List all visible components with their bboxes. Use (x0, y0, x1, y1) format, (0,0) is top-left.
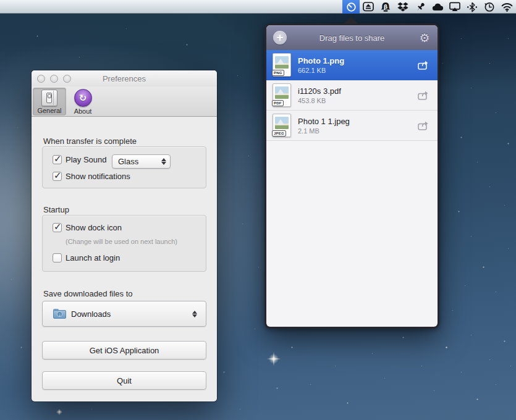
file-row[interactable]: JPEG Photo 1 1.jpeg 2.1 MB (266, 111, 438, 141)
bright-star (264, 350, 283, 368)
share-icon[interactable] (415, 88, 431, 102)
general-switch-icon (41, 90, 57, 106)
sound-select[interactable]: Glass (112, 154, 171, 169)
stepper-arrows-icon (190, 311, 200, 317)
beta-notifier-icon[interactable]: β (377, 0, 394, 14)
about-sphere-icon: ↻ (74, 89, 92, 107)
file-row[interactable]: PNG Photo 1.png 662.1 KB (266, 50, 438, 80)
bluetooth-icon[interactable] (463, 0, 481, 14)
file-size: 2.1 MB (298, 127, 415, 135)
section-label-transfer: When transfer is complete (43, 136, 137, 146)
share-icon[interactable] (415, 58, 431, 72)
launch-at-login-label: Launch at login (66, 253, 120, 262)
dock-change-hint: (Change will be used on next launch) (66, 238, 177, 245)
quit-button[interactable]: Quit (42, 371, 206, 390)
tab-general[interactable]: General (33, 88, 66, 116)
show-dock-icon-label: Show dock icon (66, 223, 122, 232)
status-icon-strip: β (342, 0, 515, 14)
file-type-icon-png: PNG (271, 52, 292, 77)
popover-arrow (344, 17, 358, 24)
download-folder-select[interactable]: ↓ Downloads (42, 301, 206, 327)
tab-about[interactable]: ↻ About (66, 88, 99, 116)
window-title: Preferences (32, 74, 217, 83)
tab-label: General (37, 107, 61, 114)
preferences-content: When transfer is complete Play Sound Gla… (32, 117, 217, 401)
show-notifications-label: Show notifications (66, 172, 130, 181)
file-name: Photo 1 1.jpeg (298, 116, 415, 127)
file-type-icon-jpeg: JPEG (271, 113, 292, 138)
download-folder-value: Downloads (71, 309, 190, 319)
plus-icon[interactable] (273, 31, 287, 44)
file-name: Photo 1.png (298, 56, 415, 66)
sound-select-value: Glass (118, 157, 159, 166)
dropbox-icon[interactable] (394, 0, 412, 14)
share-icon[interactable] (415, 119, 431, 132)
eject-icon[interactable] (360, 0, 377, 14)
transfer-group-box: Play Sound Glass Show notifications (42, 146, 206, 188)
get-ios-app-button[interactable]: Get iOS Application (42, 341, 206, 359)
startup-group-box: Show dock icon (Change will be used on n… (42, 215, 206, 272)
bright-star (54, 407, 65, 418)
show-notifications-checkbox[interactable] (53, 172, 62, 181)
file-size: 662.1 KB (298, 66, 415, 75)
play-sound-label: Play Sound (66, 155, 107, 164)
play-sound-checkbox[interactable] (53, 155, 62, 164)
popover-title: Drag files to share (319, 33, 385, 43)
preferences-window: Preferences General ↻ About When transfe… (32, 70, 217, 401)
preferences-toolbar: General ↻ About (32, 86, 217, 117)
downloads-folder-icon: ↓ (53, 309, 66, 319)
share-popover: Drag files to share ⚙ PNG Photo 1.png 66… (264, 23, 439, 329)
file-name: i1120s 3.pdf (298, 86, 415, 96)
file-list: PNG Photo 1.png 662.1 KB PDF (266, 50, 438, 327)
tab-label: About (74, 107, 92, 115)
section-label-startup: Startup (43, 205, 69, 214)
wifi-icon[interactable] (498, 0, 515, 14)
pushpin-icon[interactable] (412, 0, 429, 14)
show-dock-icon-checkbox[interactable] (53, 223, 62, 232)
title-bar[interactable]: Preferences (32, 70, 217, 86)
transfer-app-clock-icon[interactable] (342, 0, 360, 14)
file-row[interactable]: PDF i1120s 3.pdf 453.8 KB (266, 80, 438, 111)
launch-at-login-checkbox[interactable] (53, 253, 62, 262)
svg-text:β: β (384, 3, 388, 9)
time-machine-icon[interactable] (481, 0, 498, 14)
section-label-save-to: Save downloaded files to (43, 289, 133, 298)
popover-header: Drag files to share ⚙ (266, 25, 438, 50)
cloud-icon[interactable] (429, 0, 446, 14)
gear-icon[interactable]: ⚙ (417, 30, 432, 45)
menu-bar: β (0, 0, 516, 14)
file-size: 453.8 KB (298, 96, 415, 105)
airplay-icon[interactable] (446, 0, 463, 14)
file-type-icon-pdf: PDF (271, 83, 292, 107)
stepper-arrows-icon (159, 158, 169, 165)
